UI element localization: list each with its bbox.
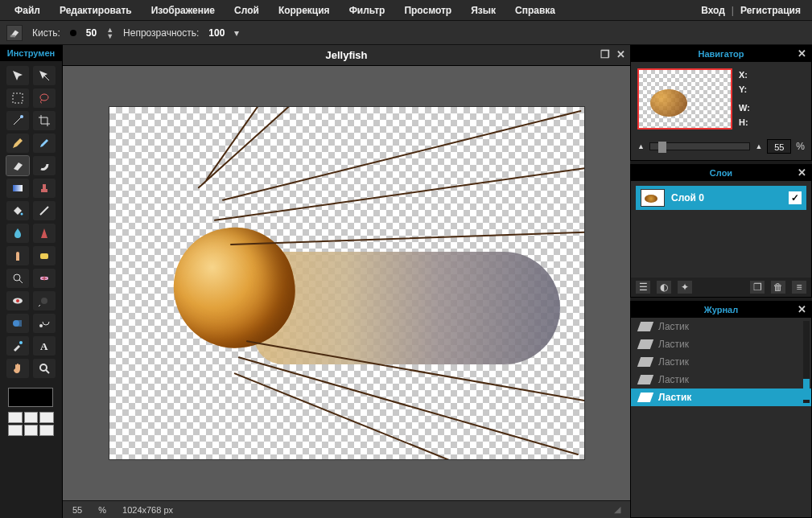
brush-size-stepper[interactable]: ▲▼ bbox=[106, 27, 113, 39]
window-maximize-icon[interactable]: ❐ bbox=[600, 48, 610, 60]
history-close-icon[interactable]: ✕ bbox=[798, 302, 806, 318]
tool-transform[interactable] bbox=[33, 66, 56, 85]
opacity-dropdown-icon[interactable]: ▾ bbox=[234, 27, 239, 39]
tool-sponge[interactable] bbox=[33, 246, 56, 265]
tool-eraser[interactable] bbox=[6, 156, 29, 175]
menubar: Файл Редактировать Изображение Слой Корр… bbox=[0, 0, 812, 21]
layer-row[interactable]: Слой 0 ✓ bbox=[636, 186, 806, 210]
menu-layer[interactable]: Слой bbox=[225, 0, 269, 21]
tool-heal[interactable] bbox=[33, 269, 56, 288]
tool-dodge[interactable] bbox=[33, 291, 56, 310]
history-item[interactable]: Ластик bbox=[631, 318, 811, 335]
history-item[interactable]: Ластик bbox=[631, 388, 811, 406]
menu-file[interactable]: Файл bbox=[5, 0, 50, 21]
tool-shape[interactable] bbox=[6, 314, 29, 333]
layers-close-icon[interactable]: ✕ bbox=[798, 165, 806, 181]
history-item[interactable]: Ластик bbox=[631, 353, 811, 371]
tool-marquee[interactable] bbox=[6, 88, 29, 108]
history-panel: Журнал ✕ ЛастикЛастикЛастикЛастикЛастик bbox=[630, 301, 812, 518]
tool-lasso[interactable] bbox=[33, 88, 56, 108]
layer-menu-icon[interactable]: ≡ bbox=[792, 281, 806, 294]
svg-rect-6 bbox=[13, 185, 23, 191]
tool-magnify[interactable] bbox=[6, 269, 29, 288]
menu-help[interactable]: Справка bbox=[505, 0, 565, 21]
tool-crop[interactable] bbox=[33, 111, 56, 130]
tentacle bbox=[197, 107, 294, 188]
svg-rect-11 bbox=[40, 253, 48, 259]
tentacle bbox=[229, 231, 583, 245]
tool-burn[interactable] bbox=[33, 314, 56, 333]
nav-y-label: Y: bbox=[739, 83, 750, 97]
brush-preview-dot[interactable] bbox=[70, 30, 76, 36]
tool-type[interactable]: A bbox=[33, 336, 56, 356]
tool-gradient[interactable] bbox=[6, 179, 29, 198]
resize-grip-icon[interactable]: ◢ bbox=[614, 504, 620, 515]
svg-point-18 bbox=[16, 299, 19, 302]
zoom-value[interactable]: 55 bbox=[767, 139, 791, 154]
layer-delete-icon[interactable]: 🗑 bbox=[771, 281, 785, 294]
history-item-label: Ластик bbox=[658, 392, 691, 403]
history-scrollbar[interactable] bbox=[803, 321, 810, 403]
nav-h-label: H: bbox=[739, 116, 750, 130]
layer-duplicate-icon[interactable]: ❐ bbox=[750, 281, 765, 294]
svg-rect-22 bbox=[17, 320, 22, 327]
tool-redeye[interactable] bbox=[6, 291, 29, 310]
opacity-value[interactable]: 100 bbox=[208, 27, 225, 39]
tentacle bbox=[221, 110, 581, 201]
layer-fx-icon[interactable]: ✦ bbox=[678, 281, 692, 294]
menu-adjust[interactable]: Коррекция bbox=[269, 0, 340, 21]
layer-mask-icon[interactable]: ◐ bbox=[657, 281, 671, 294]
tool-blur[interactable] bbox=[6, 224, 29, 243]
zoom-in-icon[interactable]: ▲ bbox=[755, 142, 762, 150]
zoom-pct-label: % bbox=[796, 141, 805, 152]
menu-lang[interactable]: Язык bbox=[461, 0, 505, 21]
auth-login[interactable]: Вход bbox=[695, 5, 732, 16]
foreground-color[interactable] bbox=[8, 388, 53, 407]
auth-register[interactable]: Регистрация bbox=[734, 5, 807, 16]
layer-settings-icon[interactable]: ☰ bbox=[636, 281, 650, 294]
tool-smudge[interactable] bbox=[33, 156, 56, 175]
zoom-slider[interactable] bbox=[649, 142, 750, 150]
tools-panel: Инструмен A bbox=[0, 45, 63, 518]
tool-brush[interactable] bbox=[33, 134, 56, 153]
svg-point-23 bbox=[39, 324, 43, 327]
brush-size-value[interactable]: 50 bbox=[86, 27, 97, 39]
tool-zoom[interactable] bbox=[33, 359, 56, 378]
menu-image[interactable]: Изображение bbox=[142, 0, 225, 21]
status-zoom-pct: % bbox=[98, 505, 106, 515]
layers-panel: Слои ✕ Слой 0 ✓ ☰ ◐ ✦ ❐ 🗑 ≡ bbox=[630, 164, 812, 298]
svg-point-26 bbox=[40, 364, 47, 371]
jellyfish-body bbox=[254, 252, 560, 364]
navigator-thumbnail[interactable] bbox=[637, 68, 732, 130]
menu-filter[interactable]: Фильтр bbox=[340, 0, 395, 21]
eraser-icon bbox=[637, 375, 653, 384]
tool-finger[interactable] bbox=[6, 246, 29, 265]
tool-line[interactable] bbox=[33, 201, 56, 220]
canvas-viewport[interactable] bbox=[63, 66, 630, 500]
window-close-icon[interactable]: ✕ bbox=[616, 48, 625, 60]
history-item[interactable]: Ластик bbox=[631, 371, 811, 388]
document-title: Jellyfish bbox=[325, 49, 367, 61]
tool-move[interactable] bbox=[6, 66, 29, 85]
menu-edit[interactable]: Редактировать bbox=[50, 0, 142, 21]
zoom-out-icon[interactable]: ▲ bbox=[637, 142, 645, 150]
tool-paint-bucket[interactable] bbox=[6, 201, 29, 220]
layer-visibility-checkbox[interactable]: ✓ bbox=[789, 191, 802, 204]
svg-text:A: A bbox=[40, 340, 48, 352]
tool-sharpen[interactable] bbox=[33, 224, 56, 243]
history-item[interactable]: Ластик bbox=[631, 335, 811, 353]
tentacle bbox=[237, 356, 578, 455]
menu-view[interactable]: Просмотр bbox=[394, 0, 461, 21]
canvas[interactable] bbox=[109, 107, 584, 459]
tool-stamp[interactable] bbox=[33, 179, 56, 198]
layer-name[interactable]: Слой 0 bbox=[671, 192, 704, 204]
swatch-palette[interactable] bbox=[8, 412, 54, 436]
tool-wand[interactable] bbox=[6, 111, 29, 130]
svg-line-20 bbox=[39, 305, 40, 306]
tool-color-picker[interactable] bbox=[6, 336, 29, 356]
tool-pencil[interactable] bbox=[6, 134, 29, 153]
navigator-close-icon[interactable]: ✕ bbox=[798, 46, 806, 62]
tool-hand[interactable] bbox=[6, 359, 29, 378]
svg-point-19 bbox=[41, 298, 47, 304]
history-item-label: Ластик bbox=[658, 356, 689, 368]
